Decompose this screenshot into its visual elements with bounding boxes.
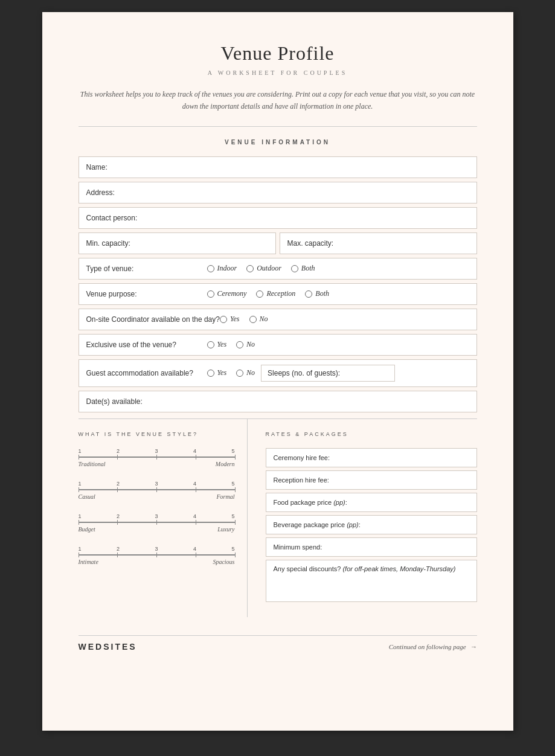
contact-label: Contact person: [86,214,138,222]
type-indoor-label: Indoor [217,264,237,273]
scale-casual-formal: 1 2 3 4 5 Casual Formal [79,481,235,500]
guest-accommodation-label: Guest accommodation available? [86,369,207,377]
special-discounts-field[interactable]: Any special discounts? (for off-peak tim… [266,560,477,602]
bottom-section: WHAT IS THE VENUE STYLE? 1 2 3 4 5 [79,418,477,617]
reception-hire-field[interactable]: Reception hire fee: [266,470,477,490]
type-both[interactable]: Both [291,264,315,273]
exclusive-yes-label: Yes [217,340,227,349]
type-of-venue-field: Type of venue: Indoor Outdoor Both [79,258,477,280]
radio-purpose-both[interactable] [305,290,312,298]
radio-indoor[interactable] [207,265,214,272]
arrow-icon: → [470,643,477,650]
minimum-spend-field[interactable]: Minimum spend: [266,537,477,557]
beverage-package-field[interactable]: Beverage package price (pp): [266,515,477,534]
scale-track-2 [79,489,235,490]
purpose-both-label: Both [315,289,329,298]
venue-info-title: VENUE INFORMATION [79,139,477,146]
accommodation-yes[interactable]: Yes [207,368,227,377]
scale-labels-4: Intimate Spacious [79,559,235,565]
scale-min-2: Casual [79,493,95,500]
purpose-reception[interactable]: Reception [256,289,295,298]
accommodation-options-group: Yes No [207,368,255,377]
scale-min-1: Traditional [79,461,106,467]
page-subtitle: A WORKSHEET FOR COUPLES [79,69,477,76]
venue-purpose-field: Venue purpose: Ceremony Reception Both [79,283,477,305]
radio-coordinator-no[interactable] [249,316,257,323]
sleeps-label: Sleeps (no. of guests): [268,369,388,377]
type-options-group: Indoor Outdoor Both [207,264,315,273]
scale-labels-3: Budget Luxury [79,526,235,533]
accommodation-yes-label: Yes [217,368,227,377]
radio-reception[interactable] [256,290,263,298]
footer-continued: Continued on following page → [389,643,477,650]
type-outdoor-label: Outdoor [257,264,281,273]
top-divider [79,126,477,127]
contact-field[interactable]: Contact person: [79,207,477,229]
radio-ceremony[interactable] [207,290,214,298]
scale-track-3 [79,522,235,523]
coordinator-no[interactable]: No [249,315,268,324]
dates-available-field[interactable]: Date(s) available: [79,391,477,412]
max-capacity-field[interactable]: Max. capacity: [280,232,477,254]
scale-max-3: Luxury [217,526,234,533]
page-description: This worksheet helps you to keep track o… [79,88,477,113]
address-label: Address: [86,188,115,197]
max-capacity-label: Max. capacity: [287,239,334,248]
accommodation-no[interactable]: No [236,368,255,377]
accommodation-no-label: No [246,368,255,377]
scale-budget-luxury: 1 2 3 4 5 Budget Luxury [79,513,235,533]
exclusive-no-label: No [246,340,255,349]
page-title: Venue Profile [79,42,477,65]
onsite-coordinator-field: On-site Coordinator available on the day… [79,309,477,330]
scale-min-3: Budget [79,526,95,533]
scale-numbers-1: 1 2 3 4 5 [79,448,235,454]
purpose-reception-label: Reception [266,289,295,298]
rates-section: RATES & PACKAGES Ceremony hire fee: Rece… [248,419,477,617]
special-discounts-label: Any special discounts? (for off-peak tim… [274,565,456,572]
radio-exclusive-no[interactable] [236,341,243,348]
type-outdoor[interactable]: Outdoor [246,264,281,273]
venue-purpose-label: Venue purpose: [86,290,207,298]
page-wrapper: Venue Profile A WORKSHEET FOR COUPLES Th… [42,12,513,731]
scale-max-4: Spacious [213,559,234,565]
min-capacity-field[interactable]: Min. capacity: [79,232,276,254]
scale-labels-1: Traditional Modern [79,461,235,467]
venue-style-title: WHAT IS THE VENUE STYLE? [79,431,235,437]
purpose-ceremony[interactable]: Ceremony [207,289,247,298]
radio-type-both[interactable] [291,265,298,272]
radio-accommodation-yes[interactable] [207,370,214,377]
scale-track-1 [79,456,235,458]
scale-min-4: Intimate [79,559,98,565]
scale-labels-2: Casual Formal [79,493,235,500]
address-field[interactable]: Address: [79,182,477,203]
exclusive-use-field: Exclusive use of the venue? Yes No [79,334,477,356]
coordinator-yes[interactable]: Yes [220,315,240,324]
scale-numbers-4: 1 2 3 4 5 [79,546,235,552]
type-both-label: Both [301,264,315,273]
scale-track-4 [79,554,235,556]
scale-numbers-3: 1 2 3 4 5 [79,513,235,519]
ceremony-hire-field[interactable]: Ceremony hire fee: [266,448,477,467]
name-field[interactable]: Name: [79,156,477,178]
food-package-field[interactable]: Food package price (pp): [266,493,477,512]
guest-accommodation-field: Guest accommodation available? Yes No Sl… [79,359,477,387]
radio-exclusive-yes[interactable] [207,341,214,348]
dates-available-label: Date(s) available: [86,397,143,406]
radio-coordinator-yes[interactable] [220,316,227,323]
radio-accommodation-no[interactable] [236,370,243,377]
sleeps-field[interactable]: Sleeps (no. of guests): [261,365,395,382]
coordinator-no-label: No [260,315,268,324]
type-of-venue-label: Type of venue: [86,264,207,273]
radio-outdoor[interactable] [246,265,254,272]
purpose-ceremony-label: Ceremony [217,289,247,298]
scale-numbers-2: 1 2 3 4 5 [79,481,235,487]
exclusive-no[interactable]: No [236,340,255,349]
reception-hire-label: Reception hire fee: [274,476,329,484]
type-indoor[interactable]: Indoor [207,264,237,273]
capacity-row: Min. capacity: Max. capacity: [79,232,477,254]
purpose-both[interactable]: Both [305,289,329,298]
min-capacity-label: Min. capacity: [86,239,130,248]
minimum-spend-label: Minimum spend: [274,543,322,551]
beverage-package-label: Beverage package price (pp): [274,521,361,528]
exclusive-yes[interactable]: Yes [207,340,227,349]
